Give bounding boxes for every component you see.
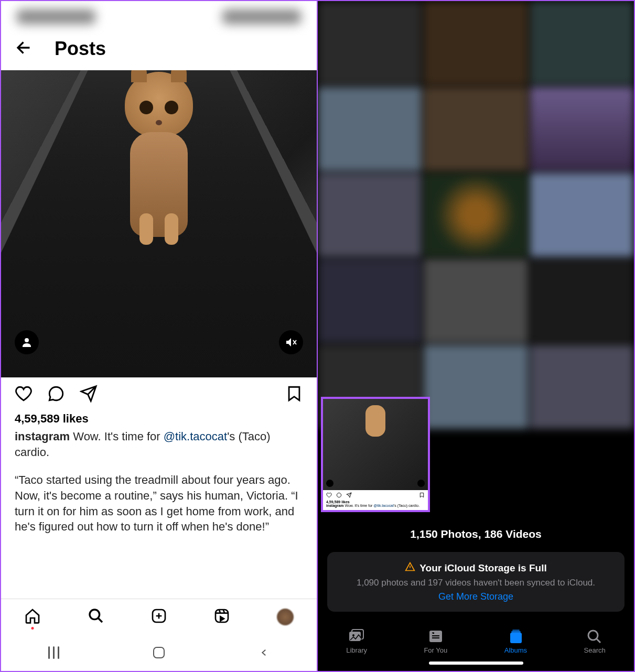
caption-username[interactable]: instagram: [15, 430, 70, 443]
photo-thumb[interactable]: [530, 87, 634, 171]
tab-label: Search: [584, 646, 606, 654]
photo-thumb[interactable]: [530, 345, 634, 429]
photo-thumb[interactable]: [424, 173, 528, 257]
photo-thumb[interactable]: [318, 173, 422, 257]
caption-mention[interactable]: @tik.tacocat: [164, 430, 227, 443]
selected-screenshot-thumb[interactable]: 4,59,589 likes instagram Wow. It's time …: [321, 397, 430, 512]
thumb-mute-icon: [417, 480, 425, 487]
comment-icon: [336, 492, 342, 498]
tab-search[interactable]: Search: [584, 628, 606, 654]
photo-thumb[interactable]: [424, 1, 528, 85]
page-title: Posts: [55, 38, 106, 60]
svg-point-1: [90, 610, 100, 620]
instagram-screen: Posts: [1, 1, 318, 671]
share-icon[interactable]: [80, 385, 98, 405]
post-action-bar: [1, 377, 317, 409]
avatar: [277, 609, 294, 625]
bookmark-icon: [419, 492, 425, 498]
photo-thumb[interactable]: [530, 1, 634, 85]
thumb-tag-icon: [326, 480, 333, 487]
svg-point-7: [352, 634, 354, 636]
caption-paragraph-2: “Taco started using the treadmill about …: [15, 472, 303, 535]
get-more-storage-link[interactable]: Get More Storage: [338, 591, 614, 602]
nav-back-button[interactable]: [257, 645, 272, 660]
cat-graphic: [109, 72, 209, 255]
photo-thumb[interactable]: [424, 345, 528, 429]
photo-thumb[interactable]: [530, 173, 634, 257]
post-video[interactable]: [1, 70, 317, 377]
photo-grid[interactable]: [318, 1, 634, 429]
status-right-blur: [222, 9, 301, 24]
tab-search[interactable]: [88, 608, 104, 626]
photo-thumb[interactable]: [424, 259, 528, 343]
status-left-blur: [17, 9, 95, 24]
photo-thumb[interactable]: [318, 259, 422, 343]
tab-albums[interactable]: Albums: [504, 628, 527, 654]
photos-tabbar: Library For You Albums Search: [318, 622, 634, 658]
heart-icon: [326, 492, 332, 498]
nav-recent-button[interactable]: [46, 645, 61, 660]
bookmark-icon[interactable]: [285, 385, 303, 405]
comment-icon[interactable]: [47, 385, 65, 405]
svg-rect-9: [510, 633, 522, 643]
page-header: Posts: [1, 32, 317, 70]
instagram-tabbar: [1, 599, 317, 634]
nav-home-button[interactable]: [152, 645, 166, 660]
notification-dot: [31, 627, 34, 630]
svg-point-4: [337, 493, 341, 497]
thumb-likes: 4,59,589 likes: [323, 500, 428, 504]
thumb-action-row: [323, 490, 428, 500]
likes-count[interactable]: 4,59,589 likes: [1, 409, 317, 428]
android-nav-bar: [1, 634, 317, 671]
svg-rect-8: [429, 631, 442, 642]
tab-label: Albums: [504, 646, 527, 654]
photos-summary: 1,150 Photos, 186 Videos: [318, 512, 634, 552]
like-icon[interactable]: [15, 385, 33, 405]
back-icon[interactable]: [15, 38, 34, 59]
mute-icon[interactable]: [279, 330, 303, 354]
warning-icon: [405, 561, 415, 575]
svg-point-0: [25, 338, 29, 342]
photo-thumb[interactable]: [318, 1, 422, 85]
tab-reels[interactable]: [213, 608, 230, 626]
share-icon: [346, 492, 352, 498]
tab-new-post[interactable]: [150, 608, 167, 626]
tab-label: Library: [346, 646, 367, 654]
icloud-storage-banner: Your iCloud Storage is Full 1,090 photos…: [327, 552, 625, 612]
tab-home[interactable]: [24, 608, 41, 626]
caption-text-1a: Wow. It's time for: [70, 430, 164, 443]
status-bar: [1, 1, 317, 32]
photos-screen: 4,59,589 likes instagram Wow. It's time …: [318, 1, 634, 671]
svg-rect-11: [512, 630, 520, 631]
thumb-caption: instagram Wow. It's time for @tik.tacoca…: [323, 504, 428, 510]
photo-thumb[interactable]: [530, 259, 634, 343]
svg-rect-10: [511, 631, 521, 633]
photo-thumb[interactable]: [424, 87, 528, 171]
svg-point-12: [588, 631, 598, 640]
tag-people-icon[interactable]: [15, 330, 39, 354]
photo-thumb[interactable]: [318, 87, 422, 171]
tab-profile[interactable]: [277, 609, 294, 625]
tab-for-you[interactable]: For You: [424, 628, 447, 654]
home-indicator[interactable]: [429, 662, 523, 665]
banner-title: Your iCloud Storage is Full: [419, 562, 546, 574]
thumb-image: [323, 399, 428, 490]
tab-label: For You: [424, 646, 447, 654]
photo-grid-area: 4,59,589 likes instagram Wow. It's time …: [318, 1, 634, 512]
post-caption: instagram Wow. It's time for @tik.tacoca…: [1, 428, 317, 545]
tab-library[interactable]: Library: [346, 628, 367, 654]
banner-subtitle: 1,090 photos and 197 videos haven't been…: [338, 578, 614, 588]
